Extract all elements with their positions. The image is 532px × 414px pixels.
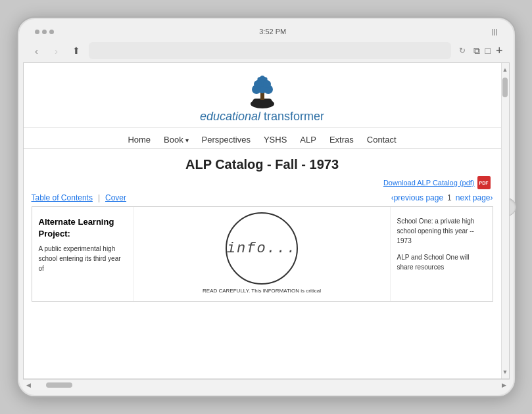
svg-point-9: [260, 76, 264, 80]
doc-right-column: School One: a private high school openin…: [391, 207, 493, 301]
pdf-icon: PDF: [477, 176, 491, 189]
site-title-suffix: transformer: [264, 110, 324, 123]
vertical-scrollbar[interactable]: ▲ ▼: [501, 63, 509, 379]
tab-view-icon[interactable]: ⧉: [473, 45, 480, 57]
info-caption: READ CAREFULLY. This INFORMATION is crit…: [203, 287, 321, 294]
toc-links: Table of Contents | Cover: [32, 193, 127, 202]
forward-button[interactable]: ›: [49, 43, 64, 58]
scroll-down-arrow[interactable]: ▼: [502, 367, 509, 377]
toolbar-right: ⧉ □ +: [473, 44, 503, 58]
site-nav: Home Book Perspectives YSHS ALP Extras C…: [24, 128, 501, 149]
nav-book[interactable]: Book: [164, 135, 188, 145]
address-bar[interactable]: [89, 42, 451, 59]
doc-right-text2: ALP and School One will share resources: [397, 252, 486, 272]
reading-list-icon[interactable]: □: [485, 45, 491, 56]
site-title: educational transformer: [200, 110, 324, 124]
web-content-wrapper: educational transformer Home Book Perspe…: [23, 62, 510, 379]
site-header: educational transformer: [24, 63, 501, 128]
scroll-thumb[interactable]: [502, 78, 508, 97]
status-time: 3:52 PM: [259, 28, 286, 35]
back-button[interactable]: ‹: [30, 43, 44, 58]
toc-link[interactable]: Table of Contents: [32, 193, 93, 202]
ipad-frame: 3:52 PM ||| ‹ › ⬆ ↻ ⧉ □ +: [16, 16, 516, 398]
nav-contact[interactable]: Contact: [367, 135, 397, 145]
page-title: ALP Catalog - Fall - 1973: [24, 157, 501, 172]
nav-extras[interactable]: Extras: [329, 135, 354, 145]
refresh-button[interactable]: ↻: [456, 45, 468, 57]
page-title-area: ALP Catalog - Fall - 1973: [24, 149, 501, 175]
svg-point-10: [257, 78, 260, 81]
prev-page-link[interactable]: ‹previous page: [391, 193, 443, 202]
toc-pagination-area: Table of Contents | Cover ‹previous page…: [24, 192, 501, 206]
info-graphic-text: info...: [227, 241, 297, 257]
doc-heading: Alternate Learning Project:: [39, 216, 127, 240]
doc-left-column: Alternate Learning Project: A public exp…: [32, 207, 134, 301]
scroll-left-arrow[interactable]: ◀: [24, 382, 33, 388]
share-button[interactable]: ⬆: [69, 43, 84, 58]
info-circle-graphic: info...: [226, 212, 298, 285]
nav-perspectives[interactable]: Perspectives: [202, 135, 251, 145]
site-logo-icon: [239, 72, 285, 108]
nav-home[interactable]: Home: [128, 135, 151, 145]
scroll-right-arrow[interactable]: ▶: [500, 382, 508, 388]
cover-link[interactable]: Cover: [105, 193, 126, 202]
doc-right-text1: School One: a private high school openin…: [397, 216, 486, 246]
h-scroll-thumb[interactable]: [46, 382, 72, 388]
status-bar: 3:52 PM |||: [23, 24, 510, 39]
battery-indicator: |||: [492, 28, 498, 35]
pagination: ‹previous page 1 next page›: [391, 193, 493, 202]
nav-yshs[interactable]: YSHS: [264, 135, 287, 145]
scroll-up-arrow[interactable]: ▲: [502, 64, 509, 75]
doc-left-text: A public experimental high school enteri…: [39, 244, 127, 273]
logo-area: educational transformer: [24, 72, 501, 124]
download-link[interactable]: Download ALP Catalog (pdf): [383, 179, 475, 187]
signal-dots: [35, 30, 54, 34]
next-page-link[interactable]: next page›: [456, 193, 493, 202]
svg-point-11: [264, 78, 267, 81]
current-page: 1: [447, 193, 452, 202]
document-content: Alternate Learning Project: A public exp…: [32, 206, 493, 302]
new-tab-button[interactable]: +: [496, 44, 503, 58]
svg-point-8: [263, 80, 271, 88]
svg-point-7: [254, 80, 262, 88]
browser-toolbar: ‹ › ⬆ ↻ ⧉ □ +: [23, 39, 510, 62]
doc-center-column: info... READ CAREFULLY. This INFORMATION…: [134, 207, 391, 301]
horizontal-scrollbar[interactable]: ◀ ▶: [23, 379, 510, 390]
nav-alp[interactable]: ALP: [300, 135, 316, 145]
web-content: educational transformer Home Book Perspe…: [24, 63, 501, 379]
download-area: Download ALP Catalog (pdf) PDF: [24, 175, 501, 192]
